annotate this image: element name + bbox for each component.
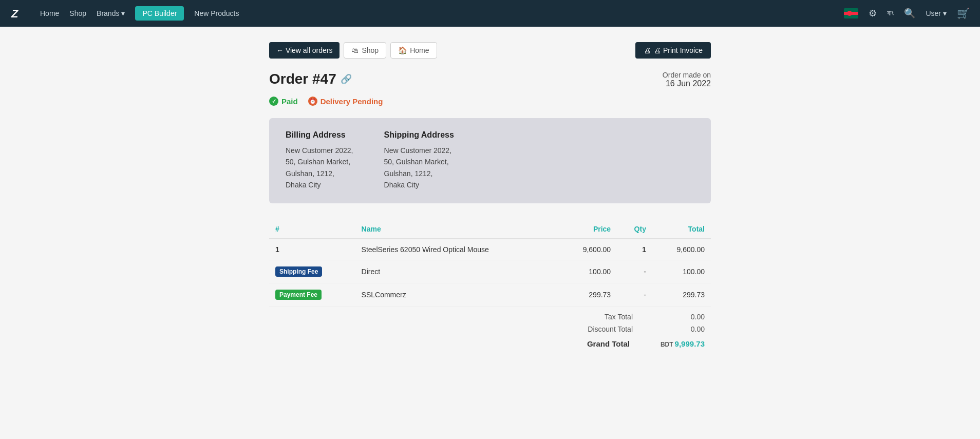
paid-check-icon: ✓ — [269, 97, 278, 106]
navbar: Z Home Shop Brands ▾ PC Builder New Prod… — [0, 0, 980, 27]
row-number: Shipping Fee — [269, 260, 355, 283]
billing-line1: New Customer 2022, — [286, 146, 353, 155]
shipping-line4: Dhaka City — [384, 181, 419, 189]
row-name: Direct — [355, 260, 559, 283]
shipping-address-heading: Shipping Address — [384, 130, 454, 140]
shop-icon: 🛍 — [351, 46, 359, 54]
row-number: 1 — [269, 239, 355, 260]
paid-label: Paid — [281, 97, 298, 106]
discount-value: 0.00 — [664, 325, 705, 333]
grand-total-value: BDT9,999.73 — [661, 339, 705, 348]
paid-status: ✓ Paid — [269, 97, 298, 106]
home-icon: 🏠 — [398, 46, 407, 54]
view-all-orders-button[interactable]: ← View all orders — [269, 42, 340, 59]
billing-line3: Gulshan, 1212, — [286, 169, 334, 178]
discount-label: Discount Total — [561, 325, 633, 333]
shipping-address: Shipping Address New Customer 2022, 50, … — [384, 130, 454, 191]
table-row: 1SteelSeries 62050 Wired Optical Mouse9,… — [269, 239, 711, 260]
nav-home[interactable]: Home — [40, 9, 59, 17]
totals-section: Tax Total 0.00 Discount Total 0.00 Grand… — [269, 311, 711, 350]
row-number: Payment Fee — [269, 283, 355, 306]
user-menu[interactable]: User ▾ — [926, 9, 947, 17]
col-total: Total — [652, 220, 711, 239]
shipping-line2: 50, Gulshan Market, — [384, 158, 449, 166]
cart-icon[interactable]: 🛒 — [957, 7, 970, 20]
order-date-value: 16 Jun 2022 — [663, 79, 711, 88]
address-box: Billing Address New Customer 2022, 50, G… — [269, 118, 711, 203]
row-qty: - — [617, 260, 652, 283]
nav-pcbuilder[interactable]: PC Builder — [135, 6, 184, 21]
link-icon[interactable]: 🔗 — [341, 73, 352, 85]
order-header: Order #47 🔗 Order made on 16 Jun 2022 — [269, 71, 711, 88]
order-table: # Name Price Qty Total 1SteelSeries 6205… — [269, 220, 711, 307]
breadcrumb-left: ← View all orders 🛍 Shop 🏠 Home — [269, 42, 437, 59]
table-row: Shipping FeeDirect100.00-100.00 — [269, 260, 711, 283]
nav-new-products[interactable]: New Products — [194, 9, 239, 17]
home-button[interactable]: 🏠 Home — [390, 42, 437, 59]
user-label: User — [926, 9, 941, 17]
order-title-text: Order #47 — [269, 71, 336, 87]
currency-prefix: BDT — [661, 341, 673, 348]
row-total: 299.73 — [652, 283, 711, 306]
row-qty: 1 — [617, 239, 652, 260]
row-name: SSLCommerz — [355, 283, 559, 306]
shipping-line1: New Customer 2022, — [384, 146, 452, 155]
nav-brands[interactable]: Brands ▾ — [97, 9, 125, 17]
row-qty: - — [617, 283, 652, 306]
delivery-clock-icon: ⏰ — [308, 97, 317, 106]
flag-icon — [844, 8, 858, 18]
breadcrumb-row: ← View all orders 🛍 Shop 🏠 Home 🖨 🖨 Prin… — [269, 42, 711, 59]
tax-label: Tax Total — [561, 313, 633, 321]
svg-text:Z: Z — [11, 7, 19, 20]
site-logo[interactable]: Z — [10, 6, 25, 21]
print-invoice-button[interactable]: 🖨 🖨 Print Invoice — [635, 42, 711, 59]
grand-total-label: Grand Total — [558, 339, 630, 348]
billing-address: Billing Address New Customer 2022, 50, G… — [286, 130, 353, 191]
main-content: ← View all orders 🛍 Shop 🏠 Home 🖨 🖨 Prin… — [259, 42, 721, 350]
tax-value: 0.00 — [664, 313, 705, 321]
printer-icon: 🖨 — [644, 46, 651, 54]
row-price: 299.73 — [558, 283, 617, 306]
nav-shop[interactable]: Shop — [69, 9, 86, 17]
billing-line2: 50, Gulshan Market, — [286, 158, 350, 166]
language-toggle[interactable]: বাং — [887, 9, 894, 17]
order-title: Order #47 🔗 — [269, 71, 352, 87]
col-hash: # — [269, 220, 355, 239]
row-total: 9,600.00 — [652, 239, 711, 260]
payment-fee-badge: Payment Fee — [275, 290, 322, 300]
billing-address-heading: Billing Address — [286, 130, 353, 140]
col-price: Price — [558, 220, 617, 239]
shipping-fee-badge: Shipping Fee — [275, 266, 322, 277]
grand-total-row: Grand Total BDT9,999.73 — [269, 337, 711, 350]
delivery-pending-status: ⏰ Delivery Pending — [308, 97, 383, 106]
discount-total-row: Discount Total 0.00 — [269, 323, 711, 335]
row-total: 100.00 — [652, 260, 711, 283]
col-qty: Qty — [617, 220, 652, 239]
billing-line4: Dhaka City — [286, 181, 321, 189]
table-row: Payment FeeSSLCommerz299.73-299.73 — [269, 283, 711, 306]
shop-button[interactable]: 🛍 Shop — [344, 42, 386, 59]
settings-icon[interactable]: ⚙ — [869, 8, 877, 19]
order-made-on-label: Order made on — [663, 71, 711, 79]
search-icon[interactable]: 🔍 — [904, 8, 915, 19]
row-name: SteelSeries 62050 Wired Optical Mouse — [355, 239, 559, 260]
delivery-pending-label: Delivery Pending — [321, 97, 383, 106]
tax-total-row: Tax Total 0.00 — [269, 311, 711, 323]
shipping-line3: Gulshan, 1212, — [384, 169, 433, 178]
user-chevron-icon: ▾ — [943, 9, 947, 17]
chevron-icon: ▾ — [121, 9, 125, 17]
order-date: Order made on 16 Jun 2022 — [663, 71, 711, 88]
col-name: Name — [355, 220, 559, 239]
status-row: ✓ Paid ⏰ Delivery Pending — [269, 97, 711, 106]
row-price: 100.00 — [558, 260, 617, 283]
row-price: 9,600.00 — [558, 239, 617, 260]
